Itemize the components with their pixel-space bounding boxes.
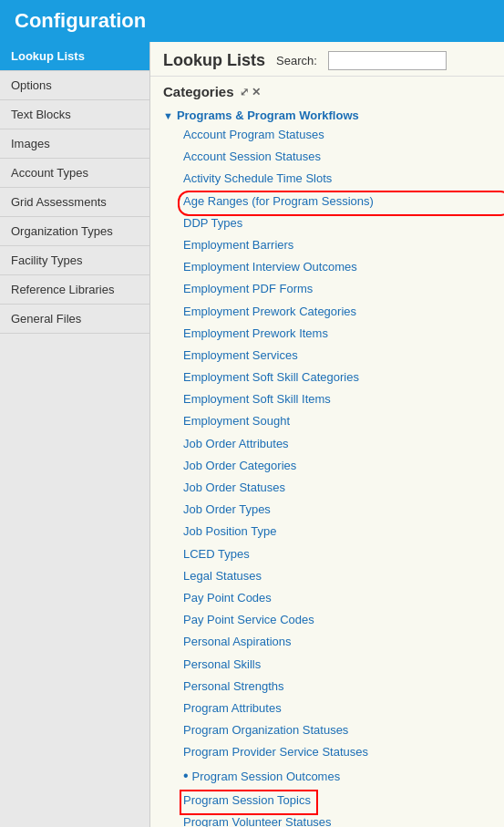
tree-item-employment-pdf-forms[interactable]: Employment PDF Forms xyxy=(181,278,504,300)
categories-label: Categories xyxy=(163,84,234,99)
tree-item-employment-prework-categories[interactable]: Employment Prework Categories xyxy=(181,301,504,323)
tree-item-lced-types[interactable]: LCED Types xyxy=(181,543,504,565)
tree-item-account-program-statuses[interactable]: Account Program Statuses xyxy=(181,124,504,146)
sidebar-item-general-files[interactable]: General Files xyxy=(0,305,149,334)
categories-header: Categories ⤢ ✕ xyxy=(163,84,491,99)
tree-item-personal-strengths[interactable]: Personal Strengths xyxy=(181,676,504,698)
tree-item-employment-barriers[interactable]: Employment Barriers xyxy=(181,234,504,256)
expand-collapse-icons[interactable]: ⤢ ✕ xyxy=(240,86,261,98)
tree-group-header: ▼ Programs & Program Workflows xyxy=(163,107,504,124)
tree-items-list: Account Program Statuses Account Session… xyxy=(163,124,504,827)
tree-item-activity-schedule-time-slots[interactable]: Activity Schedule Time Slots xyxy=(181,168,504,190)
tree-item-program-volunteer-statuses[interactable]: Program Volunteer Statuses xyxy=(181,811,504,827)
sidebar-item-images[interactable]: Images xyxy=(0,129,149,159)
tree-item-pay-point-codes[interactable]: Pay Point Codes xyxy=(181,587,504,609)
sidebar-item-grid-assessments[interactable]: Grid Assessments xyxy=(0,188,149,217)
tree-item-personal-skills[interactable]: Personal Skills xyxy=(181,654,504,676)
sidebar-item-text-blocks[interactable]: Text Blocks xyxy=(0,100,149,129)
tree-item-job-order-statuses[interactable]: Job Order Statuses xyxy=(181,477,504,499)
tree-item-employment-sought[interactable]: Employment Sought xyxy=(181,410,504,432)
tree-item-employment-prework-items[interactable]: Employment Prework Items xyxy=(181,323,504,345)
sidebar-item-facility-types[interactable]: Facility Types xyxy=(0,246,149,275)
program-session-topics-annotation: Program Session Topics xyxy=(183,792,311,809)
tree-item-program-session-outcomes[interactable]: • Program Session Outcomes xyxy=(181,763,504,789)
app-header: Configuration xyxy=(0,0,504,42)
content-area: Lookup Lists Search: Categories ⤢ ✕ ▼ Pr… xyxy=(150,42,504,827)
tree-item-job-order-attributes[interactable]: Job Order Attributes xyxy=(181,433,504,455)
tree-item-program-provider-service-statuses[interactable]: Program Provider Service Statuses xyxy=(181,741,504,763)
tree-item-legal-statuses[interactable]: Legal Statuses xyxy=(181,565,504,587)
tree-container[interactable]: ▼ Programs & Program Workflows Account P… xyxy=(150,103,504,827)
sidebar: Lookup Lists Options Text Blocks Images … xyxy=(0,42,150,827)
tree-arrow-icon: ▼ xyxy=(163,110,173,121)
tree-group-label: Programs & Program Workflows xyxy=(177,109,359,122)
tree-item-program-organization-statuses[interactable]: Program Organization Statuses xyxy=(181,719,504,741)
search-label: Search: xyxy=(276,54,317,67)
tree-item-employment-soft-skill-items[interactable]: Employment Soft Skill Items xyxy=(181,388,504,410)
sidebar-item-lookup-lists[interactable]: Lookup Lists xyxy=(0,42,149,71)
tree-item-ddp-types[interactable]: DDP Types xyxy=(181,212,504,234)
sidebar-item-reference-libraries[interactable]: Reference Libraries xyxy=(0,275,149,305)
categories-section: Categories ⤢ ✕ xyxy=(150,77,504,103)
tree-item-employment-services[interactable]: Employment Services xyxy=(181,345,504,367)
tree-item-program-attributes[interactable]: Program Attributes xyxy=(181,698,504,719)
search-input[interactable] xyxy=(328,51,447,70)
tree-item-job-order-types[interactable]: Job Order Types xyxy=(181,499,504,521)
sidebar-item-options[interactable]: Options xyxy=(0,71,149,100)
tree-item-account-session-statuses[interactable]: Account Session Statuses xyxy=(181,146,504,168)
age-ranges-annotation: Age Ranges (for Program Sessions) xyxy=(183,193,502,210)
tree-item-program-session-topics[interactable]: Program Session Topics xyxy=(181,790,504,811)
tree-item-age-ranges[interactable]: Age Ranges (for Program Sessions) xyxy=(181,191,504,212)
content-title: Lookup Lists xyxy=(163,51,265,70)
sidebar-item-account-types[interactable]: Account Types xyxy=(0,159,149,188)
tree-item-job-order-categories[interactable]: Job Order Categories xyxy=(181,455,504,477)
content-header: Lookup Lists Search: xyxy=(150,42,504,77)
tree-item-employment-interview-outcomes[interactable]: Employment Interview Outcomes xyxy=(181,256,504,278)
tree-item-personal-aspirations[interactable]: Personal Aspirations xyxy=(181,631,504,653)
main-layout: Lookup Lists Options Text Blocks Images … xyxy=(0,42,504,827)
sidebar-item-organization-types[interactable]: Organization Types xyxy=(0,217,149,246)
tree-item-pay-point-service-codes[interactable]: Pay Point Service Codes xyxy=(181,609,504,631)
tree-item-employment-soft-skill-categories[interactable]: Employment Soft Skill Categories xyxy=(181,367,504,388)
tree-item-job-position-type[interactable]: Job Position Type xyxy=(181,521,504,543)
app-title: Configuration xyxy=(15,9,146,32)
